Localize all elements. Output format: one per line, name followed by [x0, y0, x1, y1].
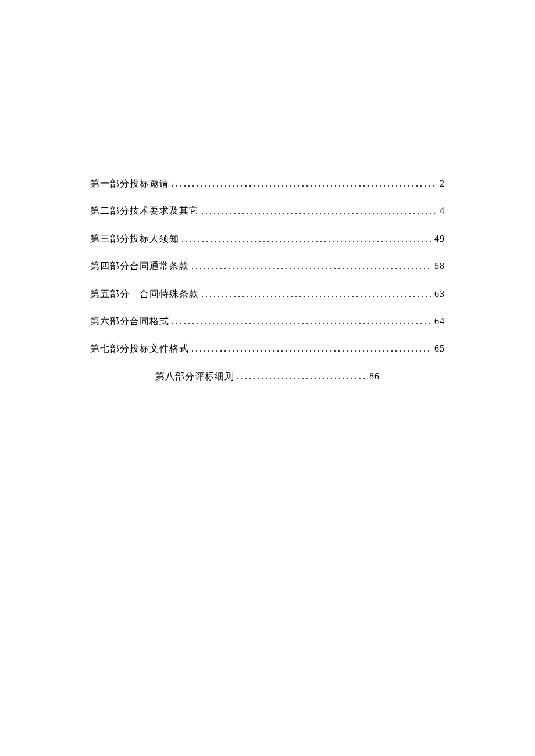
- toc-title: 第八部分评标细则: [155, 370, 234, 383]
- toc-title: 第一部分投标邀请: [90, 177, 169, 190]
- toc-title: 第七部分投标文件格式: [90, 342, 189, 355]
- toc-leader: [172, 177, 437, 190]
- toc-title: 第四部分合同通常条款: [90, 260, 189, 273]
- toc-leader: [172, 315, 432, 328]
- toc-title: 第三部分投标人须知: [90, 232, 179, 245]
- toc-page: 2: [440, 177, 445, 190]
- toc-entry: 第一部分投标邀请 2: [90, 177, 445, 190]
- toc-leader: [181, 232, 432, 245]
- toc-entry: 第二部分技术要求及其它 4: [90, 205, 445, 217]
- toc-entry: 第六部分合同格式 64: [90, 315, 445, 328]
- toc-leader: [201, 288, 432, 300]
- toc-leader: [191, 260, 432, 273]
- toc-entry: 第四部分合同通常条款 58: [90, 260, 445, 273]
- toc-page: 58: [434, 260, 445, 273]
- toc-leader: [201, 205, 437, 217]
- toc-entry-centered: 第八部分评标细则 86: [90, 370, 445, 383]
- toc-page: 4: [440, 205, 445, 217]
- toc-page: 49: [434, 232, 445, 245]
- table-of-contents: 第一部分投标邀请 2 第二部分技术要求及其它 4 第三部分投标人须知 49 第四…: [90, 177, 445, 383]
- toc-title: 第五部分 合同特殊条款: [90, 288, 199, 300]
- toc-page: 63: [434, 288, 445, 300]
- toc-leader: [191, 342, 432, 355]
- toc-entry: 第五部分 合同特殊条款 63: [90, 288, 445, 300]
- toc-title: 第六部分合同格式: [90, 315, 169, 328]
- toc-entry: 第七部分投标文件格式 65: [90, 342, 445, 355]
- toc-page: 86: [369, 370, 380, 383]
- toc-title: 第二部分技术要求及其它: [90, 205, 199, 217]
- toc-page: 64: [434, 315, 445, 328]
- toc-leader: [237, 370, 367, 383]
- toc-entry: 第三部分投标人须知 49: [90, 232, 445, 245]
- toc-page: 65: [434, 342, 445, 355]
